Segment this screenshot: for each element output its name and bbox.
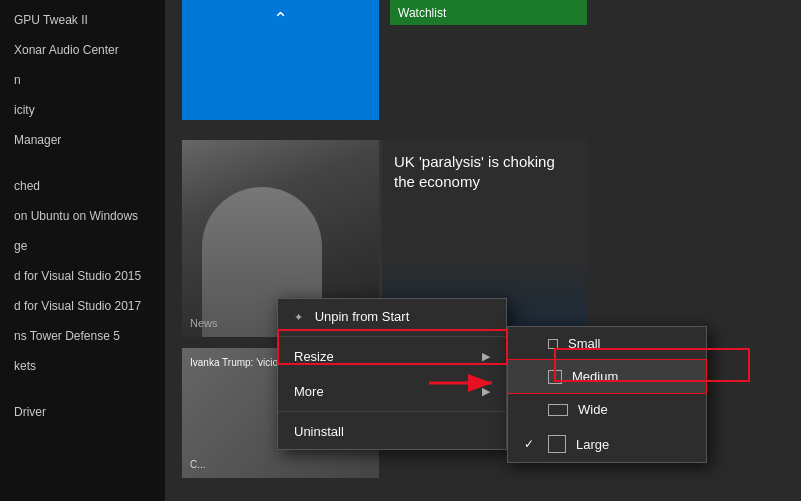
unpin-icon: ✦ <box>294 311 303 323</box>
medium-label: Medium <box>572 369 618 384</box>
resize-medium[interactable]: Medium <box>508 360 706 393</box>
news2-label: C... <box>190 459 206 470</box>
sidebar-item-vs2015[interactable]: d for Visual Studio 2015 <box>0 261 165 291</box>
small-icon <box>548 339 558 349</box>
uninstall-label: Uninstall <box>294 424 344 439</box>
resize-label: Resize <box>294 349 334 364</box>
sidebar-item-vs2017[interactable]: d for Visual Studio 2017 <box>0 291 165 321</box>
context-menu-separator-1 <box>278 336 506 337</box>
small-label: Small <box>568 336 601 351</box>
sidebar-item-icity[interactable]: icity <box>0 95 165 125</box>
red-arrow <box>424 368 504 398</box>
sidebar-item-ubuntu[interactable]: on Ubuntu on Windows <box>0 201 165 231</box>
tile-watchlist[interactable]: Watchlist <box>390 0 587 25</box>
context-menu-uninstall[interactable]: Uninstall <box>278 414 506 449</box>
wide-label: Wide <box>578 402 608 417</box>
sidebar-item-n[interactable]: n <box>0 65 165 95</box>
chevron-up-icon: ⌃ <box>273 8 288 30</box>
context-menu-separator-2 <box>278 411 506 412</box>
medium-icon <box>548 370 562 384</box>
news-tile-label: News <box>190 317 218 329</box>
sidebar-item-driver[interactable]: Driver <box>0 397 165 427</box>
resize-arrow-icon: ▶ <box>482 350 490 363</box>
sidebar-item-tower-defense[interactable]: ns Tower Defense 5 <box>0 321 165 351</box>
sidebar-item-empty2 <box>0 381 165 397</box>
wide-icon <box>548 404 568 416</box>
sidebar-item-ge[interactable]: ge <box>0 231 165 261</box>
sidebar-item-xonar[interactable]: Xonar Audio Center <box>0 35 165 65</box>
watchlist-label: Watchlist <box>398 6 446 20</box>
news-headline: UK 'paralysis' is choking the economy <box>394 152 575 191</box>
sidebar-item-ched[interactable]: ched <box>0 171 165 201</box>
sidebar-item-empty1 <box>0 155 165 171</box>
resize-large[interactable]: ✓ Large <box>508 426 706 462</box>
resize-wide[interactable]: Wide <box>508 393 706 426</box>
unpin-label: Unpin from Start <box>315 309 410 324</box>
resize-submenu: Small Medium Wide ✓ Large <box>507 326 707 463</box>
large-icon <box>548 435 566 453</box>
sidebar-item-manager[interactable]: Manager <box>0 125 165 155</box>
large-checkmark: ✓ <box>524 437 538 451</box>
context-menu-unpin[interactable]: ✦ Unpin from Start <box>278 299 506 334</box>
start-menu-sidebar: GPU Tweak II Xonar Audio Center n icity … <box>0 0 165 501</box>
large-label: Large <box>576 437 609 452</box>
tile-blue[interactable]: ⌃ <box>182 0 379 120</box>
resize-small[interactable]: Small <box>508 327 706 360</box>
more-label: More <box>294 384 324 399</box>
sidebar-item-kets[interactable]: kets <box>0 351 165 381</box>
sidebar-item-gpu-tweak[interactable]: GPU Tweak II <box>0 5 165 35</box>
